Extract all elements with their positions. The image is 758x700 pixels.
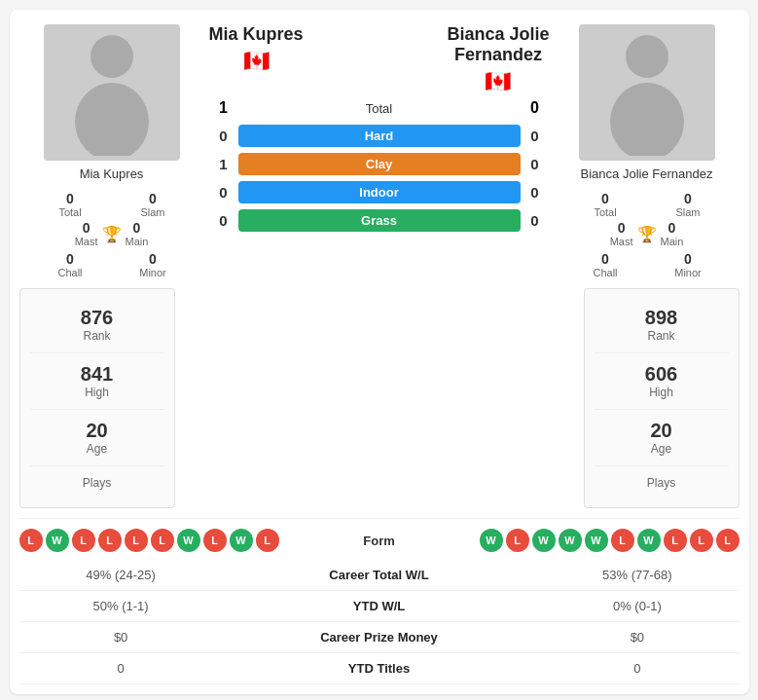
form-badge-l: L [690, 529, 713, 552]
p2-header-name: Bianca JolieFernandez [447, 24, 549, 65]
p1-total: 0 Total [34, 191, 107, 218]
names-row: Mia Kupres 🇨🇦 Bianca JolieFernandez 🇨🇦 [209, 24, 550, 94]
p1-minor: 0 Minor [117, 251, 190, 278]
ytd-wl-row: 50% (1-1) YTD W/L 0% (0-1) [19, 591, 740, 622]
form-badge-l: L [72, 529, 95, 552]
p2-main: 0 Main [661, 220, 684, 247]
svg-point-1 [75, 83, 149, 156]
form-badge-l: L [716, 529, 740, 552]
svg-point-2 [626, 35, 668, 78]
clay-btn[interactable]: Clay [238, 153, 521, 175]
p2-slam: 0 Slam [652, 191, 725, 218]
surface-hard-row: 0 Hard 0 [209, 125, 550, 147]
hard-btn[interactable]: Hard [238, 125, 521, 147]
p2-mini-stats: 898 Rank 606 High 20 Age Plays [584, 288, 740, 508]
p2-chall: 0 Chall [569, 251, 642, 278]
career-wl-row: 49% (24-25) Career Total W/L 53% (77-68) [19, 560, 740, 591]
p1-plays-stat: Plays [30, 466, 164, 499]
player1-stats: 0 Total 0 Slam [34, 191, 190, 218]
form-label: Form [363, 534, 395, 548]
form-badge-w: W [559, 529, 582, 552]
prize-row: $0 Career Prize Money $0 [19, 622, 740, 653]
player2-name: Bianca Jolie Fernandez [581, 166, 713, 181]
player2-stats: 0 Total 0 Slam [569, 191, 725, 218]
p1-slam: 0 Slam [117, 191, 190, 218]
stats-table: 49% (24-25) Career Total W/L 53% (77-68)… [19, 560, 740, 684]
p2-form-badges: WLWWWLWLLL [480, 529, 740, 552]
ytd-titles-row: 0 YTD Titles 0 [19, 653, 740, 684]
p1-form-badges: LWLLLLWLWL [19, 529, 279, 552]
p1-chall: 0 Chall [34, 251, 107, 278]
form-badge-w: W [637, 529, 661, 552]
p2-trophy-row: 0 Mast 🏆 0 Main [610, 220, 684, 247]
p1-ytd-wl: 50% (1-1) [19, 591, 223, 622]
indoor-btn[interactable]: Indoor [238, 181, 521, 203]
p2-mast: 0 Mast [610, 220, 633, 247]
form-badge-l: L [506, 529, 529, 552]
form-badge-w: W [230, 529, 253, 552]
p2-hard: 0 [521, 128, 550, 144]
form-badge-w: W [46, 529, 69, 552]
form-badge-l: L [611, 529, 634, 552]
p2-age-stat: 20 Age [595, 410, 729, 466]
p2-prize: $0 [535, 622, 739, 653]
surface-indoor-row: 0 Indoor 0 [209, 181, 550, 203]
p1-hard: 0 [209, 128, 238, 144]
player2-avatar [579, 24, 715, 161]
p1-mast: 0 Mast [75, 220, 98, 247]
player1-avatar [44, 24, 180, 161]
p1-clay: 1 [209, 156, 238, 172]
p1-prize: $0 [19, 622, 223, 653]
p2-grass: 0 [521, 212, 550, 229]
p1-career-wl: 49% (24-25) [19, 560, 223, 591]
mini-stats-row: 876 Rank 841 High 20 Age Plays 898 Rank [19, 288, 740, 508]
ytd-wl-label: YTD W/L [223, 591, 536, 622]
p2-rank-stat: 898 Rank [595, 297, 729, 353]
svg-point-0 [90, 35, 133, 78]
p1-rank-stat: 876 Rank [30, 297, 164, 353]
main-card: Mia Kupres 0 Total 0 Slam 0 Mast 🏆 0 [10, 10, 749, 694]
p2-header: Bianca JolieFernandez 🇨🇦 [447, 24, 549, 94]
p2-total-score: 0 [521, 99, 550, 117]
p1-ytd-titles: 0 [19, 653, 223, 684]
p2-trophy-icon: 🏆 [637, 225, 657, 243]
form-badge-l: L [151, 529, 174, 552]
p1-flag: 🇨🇦 [243, 49, 270, 74]
center-compare: Mia Kupres 🇨🇦 Bianca JolieFernandez 🇨🇦 1… [204, 24, 555, 278]
p2-career-wl: 53% (77-68) [535, 560, 739, 591]
p2-ytd-titles: 0 [535, 653, 739, 684]
p1-indoor: 0 [209, 184, 238, 201]
form-row: LWLLLLWLWL Form WLWWWLWLLL [19, 518, 740, 552]
surface-clay-row: 1 Clay 0 [209, 153, 550, 175]
surface-grass-row: 0 Grass 0 [209, 209, 550, 232]
p2-plays-stat: Plays [595, 466, 729, 499]
p2-clay: 0 [521, 156, 550, 172]
player1-chall-minor: 0 Chall 0 Minor [34, 251, 190, 278]
p1-high-stat: 841 High [30, 353, 164, 410]
form-badge-w: W [585, 529, 608, 552]
center-spacer [185, 288, 574, 508]
player2-chall-minor: 0 Chall 0 Minor [569, 251, 725, 278]
p1-total-score: 1 [209, 99, 238, 117]
p1-trophy-row: 0 Mast 🏆 0 Main [75, 220, 149, 247]
form-badge-l: L [664, 529, 687, 552]
form-badge-l: L [98, 529, 122, 552]
form-badge-w: W [480, 529, 503, 552]
p2-flag: 🇨🇦 [485, 69, 511, 94]
p1-main: 0 Main [126, 220, 149, 247]
p2-ytd-wl: 0% (0-1) [535, 591, 739, 622]
form-badge-l: L [125, 529, 148, 552]
total-label: Total [238, 101, 521, 116]
p1-header-name: Mia Kupres [209, 24, 304, 45]
career-wl-label: Career Total W/L [223, 560, 536, 591]
total-row: 1 Total 0 [209, 99, 550, 117]
player1-name: Mia Kupres [80, 166, 144, 181]
ytd-titles-label: YTD Titles [223, 653, 536, 684]
surface-rows: 0 Hard 0 1 Clay 0 0 Indoor 0 0 Grass [209, 125, 550, 232]
p2-indoor: 0 [521, 184, 550, 201]
form-badge-l: L [203, 529, 227, 552]
prize-label: Career Prize Money [223, 622, 536, 653]
p2-high-stat: 606 High [595, 353, 729, 410]
grass-btn[interactable]: Grass [238, 209, 521, 232]
p1-trophy-icon: 🏆 [102, 225, 122, 243]
